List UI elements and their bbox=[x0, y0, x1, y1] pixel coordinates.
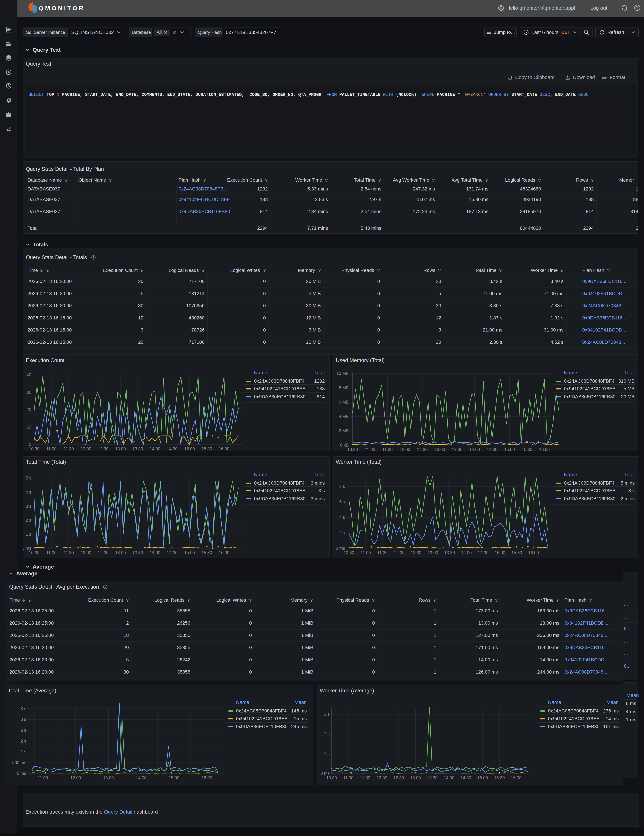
svg-text:3 s: 3 s bbox=[21, 706, 26, 711]
svg-text:11:30: 11:30 bbox=[64, 446, 74, 451]
svg-text:0: 0 bbox=[29, 442, 31, 447]
svg-text:14:00: 14:00 bbox=[444, 776, 454, 780]
svg-text:12:30: 12:30 bbox=[98, 446, 109, 451]
svg-text:4 s: 4 s bbox=[339, 515, 345, 519]
svg-text:0 ms: 0 ms bbox=[320, 771, 330, 776]
svg-text:15:30: 15:30 bbox=[521, 447, 532, 451]
svg-text:15:30: 15:30 bbox=[494, 776, 505, 780]
svg-text:2 s: 2 s bbox=[21, 739, 26, 743]
svg-text:11:00: 11:00 bbox=[46, 446, 57, 451]
svg-text:15:00: 15:00 bbox=[477, 776, 488, 780]
svg-text:12:00: 12:00 bbox=[80, 446, 91, 451]
svg-text:12:00: 12:00 bbox=[80, 550, 91, 555]
svg-text:14:30: 14:30 bbox=[487, 447, 497, 451]
svg-text:4 s: 4 s bbox=[26, 490, 31, 495]
svg-text:11:30: 11:30 bbox=[382, 447, 393, 451]
svg-text:12:00: 12:00 bbox=[400, 447, 410, 451]
svg-text:11:00: 11:00 bbox=[365, 447, 375, 451]
svg-text:15:00: 15:00 bbox=[169, 776, 180, 780]
svg-text:12:30: 12:30 bbox=[98, 550, 109, 555]
svg-text:6 s: 6 s bbox=[339, 500, 345, 504]
svg-text:13:00: 13:00 bbox=[435, 447, 445, 451]
svg-text:500 ms: 500 ms bbox=[12, 760, 26, 765]
svg-text:12:00: 12:00 bbox=[394, 550, 405, 555]
svg-text:0 kB: 0 kB bbox=[340, 442, 349, 447]
svg-text:11:30: 11:30 bbox=[360, 776, 370, 780]
svg-text:14:00: 14:00 bbox=[150, 446, 160, 451]
svg-text:12:00: 12:00 bbox=[376, 776, 387, 780]
svg-text:13:30: 13:30 bbox=[427, 776, 438, 780]
svg-text:11:00: 11:00 bbox=[360, 550, 371, 555]
svg-text:15:00: 15:00 bbox=[184, 550, 195, 555]
svg-text:6 MB: 6 MB bbox=[339, 400, 349, 404]
svg-text:13:30: 13:30 bbox=[452, 447, 463, 451]
svg-text:13:30: 13:30 bbox=[445, 550, 455, 555]
svg-text:10:30: 10:30 bbox=[347, 447, 358, 451]
svg-text:16:00: 16:00 bbox=[528, 550, 539, 555]
svg-text:14:30: 14:30 bbox=[478, 550, 489, 555]
svg-text:11:00: 11:00 bbox=[46, 550, 57, 555]
svg-text:16:00: 16:00 bbox=[511, 776, 521, 780]
svg-text:0 ms: 0 ms bbox=[17, 771, 26, 776]
svg-text:13:00: 13:00 bbox=[410, 776, 421, 780]
svg-text:15:00: 15:00 bbox=[504, 447, 515, 451]
svg-text:0 ms: 0 ms bbox=[336, 546, 345, 550]
svg-text:13:30: 13:30 bbox=[132, 550, 143, 555]
svg-text:20: 20 bbox=[26, 407, 31, 412]
svg-text:8 s: 8 s bbox=[339, 484, 345, 489]
svg-text:15:00: 15:00 bbox=[184, 446, 195, 451]
svg-text:12:30: 12:30 bbox=[393, 776, 404, 780]
svg-text:16:00: 16:00 bbox=[539, 447, 550, 451]
svg-text:10:30: 10:30 bbox=[29, 550, 39, 555]
svg-text:11:30: 11:30 bbox=[64, 550, 74, 555]
svg-text:2 MB: 2 MB bbox=[339, 428, 349, 433]
svg-text:14:00: 14:00 bbox=[469, 447, 480, 451]
svg-text:0 ms: 0 ms bbox=[23, 546, 31, 550]
svg-text:2 s: 2 s bbox=[26, 518, 31, 522]
svg-text:5 s: 5 s bbox=[26, 475, 31, 480]
svg-text:11:30: 11:30 bbox=[377, 550, 387, 555]
svg-text:14:00: 14:00 bbox=[150, 550, 160, 555]
svg-text:2 s: 2 s bbox=[339, 530, 345, 535]
svg-text:1 s: 1 s bbox=[324, 751, 330, 756]
svg-text:16:00: 16:00 bbox=[219, 446, 229, 451]
svg-text:14:30: 14:30 bbox=[167, 446, 178, 451]
svg-text:13:00: 13:00 bbox=[115, 446, 126, 451]
svg-text:10: 10 bbox=[26, 425, 31, 429]
svg-text:3 s: 3 s bbox=[21, 717, 26, 722]
svg-text:14:00: 14:00 bbox=[461, 550, 472, 555]
svg-text:8 MB: 8 MB bbox=[339, 385, 349, 390]
svg-text:12:00: 12:00 bbox=[70, 776, 81, 780]
svg-text:2 s: 2 s bbox=[21, 728, 26, 733]
svg-text:1 s: 1 s bbox=[21, 749, 26, 754]
svg-text:3 s: 3 s bbox=[26, 504, 31, 509]
svg-text:14:30: 14:30 bbox=[167, 550, 178, 555]
svg-text:3 s: 3 s bbox=[324, 712, 330, 717]
svg-text:2 s: 2 s bbox=[324, 732, 330, 736]
svg-text:16:00: 16:00 bbox=[201, 776, 212, 780]
svg-text:10:30: 10:30 bbox=[29, 446, 39, 451]
svg-text:13:00: 13:00 bbox=[428, 550, 438, 555]
svg-text:15:30: 15:30 bbox=[201, 446, 212, 451]
svg-text:15:00: 15:00 bbox=[495, 550, 505, 555]
svg-text:16:00: 16:00 bbox=[219, 550, 229, 555]
svg-text:13:30: 13:30 bbox=[132, 446, 143, 451]
svg-text:15:30: 15:30 bbox=[512, 550, 522, 555]
svg-text:10 MB: 10 MB bbox=[337, 371, 349, 376]
svg-text:12:30: 12:30 bbox=[417, 447, 428, 451]
svg-text:13:00: 13:00 bbox=[103, 776, 114, 780]
svg-text:14:00: 14:00 bbox=[136, 776, 147, 780]
svg-text:14:30: 14:30 bbox=[461, 776, 471, 780]
svg-text:10:30: 10:30 bbox=[326, 776, 337, 780]
svg-text:1 s: 1 s bbox=[26, 532, 31, 537]
svg-text:11:00: 11:00 bbox=[343, 776, 353, 780]
svg-text:10:30: 10:30 bbox=[343, 550, 354, 555]
svg-text:15:30: 15:30 bbox=[201, 550, 212, 555]
svg-text:11:00: 11:00 bbox=[38, 776, 48, 780]
svg-text:13:00: 13:00 bbox=[115, 550, 126, 555]
svg-text:30: 30 bbox=[26, 390, 31, 395]
svg-text:40: 40 bbox=[26, 372, 31, 377]
svg-text:12:30: 12:30 bbox=[411, 550, 422, 555]
svg-text:4 MB: 4 MB bbox=[339, 414, 349, 419]
